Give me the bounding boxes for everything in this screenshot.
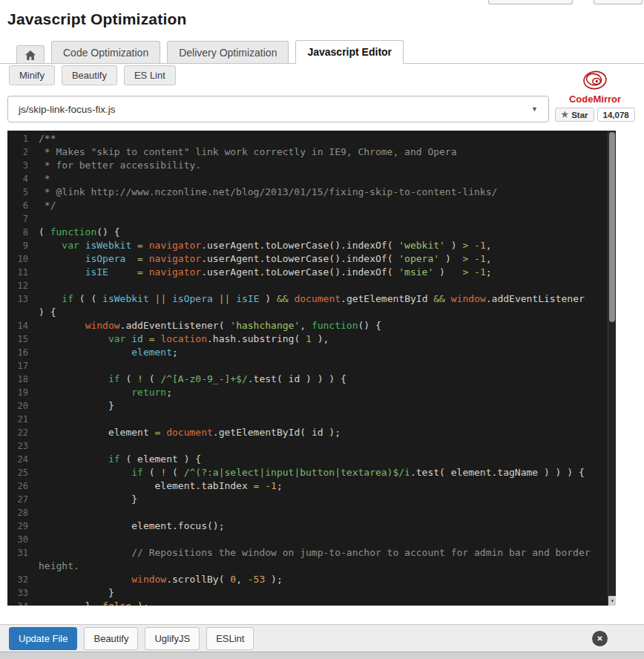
- code-row: 1/**: [7, 132, 616, 145]
- tab-minify[interactable]: Minify: [9, 65, 55, 85]
- code-row: 28: [7, 506, 616, 519]
- tab-delivery-optimization[interactable]: Delivery Optimization: [167, 41, 289, 63]
- editor-scrollbar[interactable]: ▾: [608, 131, 616, 606]
- code-row: 8( function() {: [7, 226, 616, 239]
- code-row: 17: [7, 359, 616, 373]
- tab-home[interactable]: [16, 45, 45, 63]
- code-row: 23: [7, 439, 616, 453]
- star-count[interactable]: 14,078: [597, 108, 635, 122]
- code-line: [37, 279, 39, 292]
- line-number: 11: [7, 266, 37, 279]
- code-line: }: [37, 586, 114, 600]
- code-row: 9 var isWebkit = navigator.userAgent.toL…: [7, 239, 616, 252]
- line-number: 16: [7, 346, 37, 359]
- code-line: window.scrollBy( 0, -53 );: [37, 573, 283, 586]
- code-row: 6 */: [7, 199, 616, 212]
- line-number: 29: [7, 519, 37, 533]
- code-line: }: [37, 399, 114, 413]
- home-icon: [24, 50, 36, 61]
- line-number: [7, 560, 37, 573]
- line-number: [7, 306, 37, 319]
- code-line: ) {: [37, 306, 56, 319]
- code-line: if ( ! ( /^(?:a|select|input|button|text…: [37, 466, 585, 479]
- line-number: 2: [7, 145, 37, 159]
- chevron-down-icon: ▼: [531, 105, 538, 113]
- line-number: 33: [7, 586, 37, 600]
- tab-es-lint[interactable]: ES Lint: [124, 65, 176, 85]
- code-row: 2 * Makes "skip to content" link work co…: [7, 145, 616, 159]
- line-number: 13: [7, 292, 37, 306]
- code-line: element.focus();: [37, 519, 224, 533]
- code-line: */: [37, 199, 56, 212]
- code-row: 34 }, false );: [7, 600, 616, 606]
- update-file-button[interactable]: Update File: [9, 627, 77, 650]
- line-number: 9: [7, 239, 37, 252]
- line-number: 25: [7, 466, 37, 479]
- uglifyjs-button[interactable]: UglifyJS: [145, 627, 200, 650]
- tab-code-optimization[interactable]: Code Optimization: [51, 41, 160, 63]
- code-line: [37, 439, 39, 453]
- code-row: 3 * for better accessibility.: [7, 159, 616, 172]
- code-line: [37, 506, 39, 519]
- file-select[interactable]: js/skip-link-focus-fix.js ▼: [7, 96, 549, 122]
- code-row: 31 // Repositions the window on jump-to-…: [7, 546, 616, 560]
- codemirror-widget: CodeMirror ★ Star 14,078: [552, 68, 638, 122]
- code-row: 14 window.addEventListener( 'hashchange'…: [7, 319, 616, 332]
- code-line: if ( ! ( /^[A-z0-9_-]+$/.test( id ) ) ) …: [37, 373, 346, 386]
- cut-off-button-left[interactable]: [488, 0, 573, 4]
- scroll-down-button[interactable]: ▾: [608, 596, 616, 606]
- code-line: * @link http://www.nczonline.net/blog/20…: [37, 186, 497, 199]
- code-line: * Makes "skip to content" link work corr…: [37, 145, 457, 159]
- line-number: 24: [7, 453, 37, 466]
- code-line: ( function() {: [37, 226, 120, 239]
- code-line: element;: [37, 346, 178, 359]
- tab-javascript-editor[interactable]: Javascript Editor: [295, 40, 404, 64]
- line-number: 20: [7, 399, 37, 413]
- star-icon: ★: [561, 110, 568, 119]
- line-number: 10: [7, 252, 37, 266]
- code-row: 29 element.focus();: [7, 519, 616, 533]
- code-row: 32 window.scrollBy( 0, -53 );: [7, 573, 616, 586]
- main-tabs: Code Optimization Delivery Optimization …: [0, 40, 644, 64]
- editor-subtabs: Minify Beautify ES Lint: [9, 65, 183, 85]
- code-line: isOpera = navigator.userAgent.toLowerCas…: [37, 252, 492, 266]
- line-number: 1: [7, 132, 37, 145]
- code-row: 22 element = document.getElementById( id…: [7, 426, 616, 439]
- line-number: 23: [7, 439, 37, 453]
- eslint-button[interactable]: ESLint: [206, 627, 254, 650]
- code-editor[interactable]: 1/**2 * Makes "skip to content" link wor…: [7, 131, 616, 606]
- code-row: 12: [7, 279, 616, 292]
- code-row: 24 if ( element ) {: [7, 453, 616, 466]
- line-number: 7: [7, 212, 37, 226]
- file-select-value: js/skip-link-focus-fix.js: [19, 104, 116, 115]
- code-line: if ( element ) {: [37, 453, 201, 466]
- code-line: var id = location.hash.substring( 1 ),: [37, 332, 329, 346]
- scrollbar-thumb[interactable]: [609, 132, 615, 322]
- codemirror-brand-link[interactable]: CodeMirror: [552, 94, 638, 105]
- code-line: height.: [37, 560, 79, 573]
- code-line: }: [37, 493, 137, 506]
- close-button[interactable]: ✕: [592, 631, 608, 646]
- code-line: [37, 533, 39, 546]
- code-line: [37, 359, 39, 373]
- code-line: isIE = navigator.userAgent.toLowerCase()…: [37, 266, 492, 279]
- line-number: 32: [7, 573, 37, 586]
- line-number: 31: [7, 546, 37, 560]
- cut-off-button-right[interactable]: [594, 0, 643, 4]
- code-row: 27 }: [7, 493, 616, 506]
- code-line: window.addEventListener( 'hashchange', f…: [37, 319, 381, 332]
- code-line: element = document.getElementById( id );: [37, 426, 341, 439]
- scroll-down-icon: ▾: [611, 597, 614, 604]
- code-line: var isWebkit = navigator.userAgent.toLow…: [37, 239, 492, 252]
- code-row: 26 element.tabIndex = -1;: [7, 479, 616, 493]
- code-line: }, false );: [37, 600, 149, 606]
- code-line: [37, 212, 39, 226]
- star-label: Star: [571, 111, 588, 119]
- beautify-button[interactable]: Beautify: [84, 627, 138, 650]
- tab-beautify[interactable]: Beautify: [62, 65, 117, 85]
- line-number: 34: [7, 600, 37, 606]
- code-row: 16 element;: [7, 346, 616, 359]
- github-star-button[interactable]: ★ Star: [555, 108, 594, 122]
- line-number: 14: [7, 319, 37, 332]
- line-number: 8: [7, 226, 37, 239]
